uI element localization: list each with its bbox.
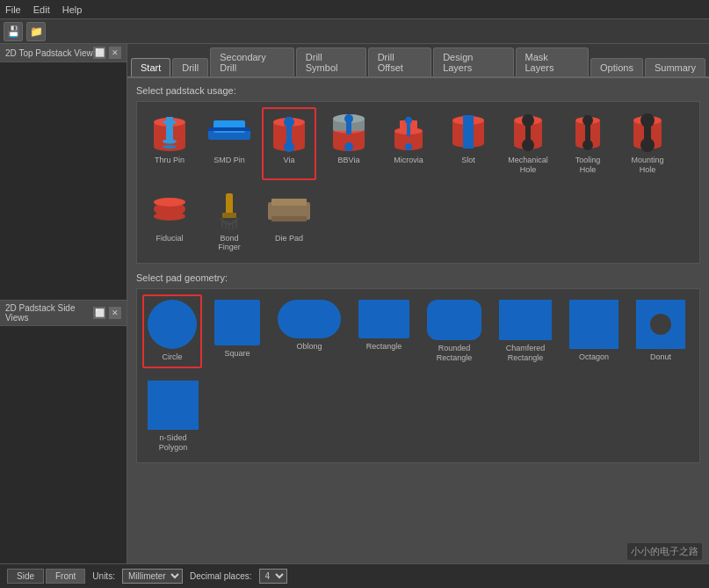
status-bar: Side Front Units: Millimeter Inch Mil De… [0, 563, 709, 588]
status-tab-side[interactable]: Side [7, 569, 44, 584]
svg-point-15 [284, 142, 294, 152]
tab-drill[interactable]: Drill [172, 58, 208, 76]
thru-pin-label: Thru Pin [155, 156, 184, 165]
geom-nsided[interactable]: n-Sided Polygon [142, 375, 204, 458]
toolbar: 💾 📁 [0, 19, 709, 44]
padstack-die-pad[interactable]: Die Pad [262, 185, 316, 258]
menu-file[interactable]: File [5, 4, 21, 15]
svg-point-6 [163, 145, 177, 149]
fiducial-icon [147, 191, 192, 231]
svg-point-31 [405, 143, 412, 150]
svg-point-47 [582, 140, 593, 150]
die-pad-icon [266, 191, 312, 231]
svg-point-56 [154, 198, 185, 207]
circle-shape [148, 300, 197, 349]
tab-secondary-drill[interactable]: Secondary Drill [210, 47, 294, 76]
open-button[interactable]: 📁 [26, 22, 46, 41]
smd-pin-label: SMD Pin [213, 156, 245, 165]
padstack-row: Thru Pin SMD Pin [136, 101, 700, 264]
rectangle-label: Rectangle [366, 342, 402, 352]
slot-label: Slot [461, 156, 475, 165]
top-view-minimize[interactable]: ⬜ [93, 47, 105, 59]
save-button[interactable]: 💾 [4, 22, 23, 41]
padstack-label: Select padstack usage: [136, 85, 700, 96]
nsided-shape [148, 381, 199, 430]
thru-pin-icon [147, 113, 192, 153]
menu-help[interactable]: Help [62, 4, 83, 15]
donut-label: Donut [650, 352, 671, 362]
top-view-close[interactable]: ✕ [109, 47, 121, 59]
svg-rect-9 [208, 127, 250, 131]
via-label: Via [284, 156, 295, 165]
watermark: 小小的电子之路 [627, 543, 702, 560]
donut-shape [636, 300, 685, 349]
svg-rect-66 [271, 216, 307, 221]
square-shape [214, 300, 260, 345]
padstack-section: Select padstack usage: [136, 85, 700, 264]
fiducial-label: Fiducial [156, 234, 183, 243]
top-view-controls: ⬜ ✕ [93, 47, 121, 59]
padstack-bond-finger[interactable]: Bond Finger [202, 185, 257, 258]
tooling-hole-label: Tooling Hole [575, 156, 601, 175]
padstack-smd-pin[interactable]: SMD Pin [202, 107, 257, 180]
svg-point-23 [344, 142, 353, 151]
padstack-mechanical-hole[interactable]: Mechanical Hole [501, 107, 555, 180]
tab-mask-layers[interactable]: Mask Layers [516, 47, 590, 76]
svg-rect-35 [463, 115, 474, 149]
svg-point-5 [163, 140, 177, 144]
status-tabs: Side Front [7, 569, 85, 584]
side-view-close[interactable]: ✕ [109, 307, 121, 319]
geometry-row: Circle Square Oblong Re [136, 288, 700, 463]
geom-chamfered-rect[interactable]: Chamfered Rectangle [494, 294, 557, 368]
padstack-via[interactable]: Via [262, 107, 316, 180]
tab-start[interactable]: Start [131, 58, 170, 76]
svg-point-53 [640, 138, 655, 152]
octagon-label: Octagon [579, 352, 609, 362]
octagon-shape [569, 300, 619, 349]
padstack-fiducial[interactable]: Fiducial [142, 185, 197, 258]
geometry-section: Select pad geometry: Circle Square [136, 272, 700, 463]
tab-drill-symbol[interactable]: Drill Symbol [296, 47, 366, 76]
svg-rect-58 [222, 213, 236, 218]
svg-rect-65 [271, 199, 307, 206]
decimal-places-select[interactable]: 4 2 3 5 [259, 569, 287, 584]
units-select[interactable]: Millimeter Inch Mil [122, 569, 183, 584]
geom-square[interactable]: Square [209, 294, 265, 368]
die-pad-label: Die Pad [275, 234, 303, 243]
geom-donut[interactable]: Donut [631, 294, 691, 368]
padstack-slot[interactable]: Slot [441, 107, 496, 180]
microvia-label: Microvia [394, 156, 423, 165]
tab-summary[interactable]: Summary [645, 58, 705, 76]
content-area: Start Drill Secondary Drill Drill Symbol… [127, 44, 709, 563]
menu-edit[interactable]: Edit [33, 4, 50, 15]
padstack-thru-pin[interactable]: Thru Pin [142, 107, 197, 180]
square-label: Square [224, 349, 250, 359]
mounting-hole-label: Mounting Hole [631, 156, 663, 175]
tooling-hole-icon [565, 113, 611, 153]
tab-drill-offset[interactable]: Drill Offset [368, 47, 431, 76]
rounded-rect-label: Rounded Rectangle [437, 344, 473, 363]
tab-options[interactable]: Options [590, 58, 643, 76]
side-view-minimize[interactable]: ⬜ [93, 307, 105, 319]
menu-bar: File Edit Help [0, 0, 709, 19]
geom-circle[interactable]: Circle [142, 294, 202, 368]
padstack-tooling-hole[interactable]: Tooling Hole [561, 107, 615, 180]
padstack-mounting-hole[interactable]: Mounting Hole [620, 107, 675, 180]
microvia-icon [386, 113, 431, 153]
geom-rounded-rect[interactable]: Rounded Rectangle [422, 294, 487, 368]
padstack-microvia[interactable]: Microvia [381, 107, 436, 180]
tab-design-layers[interactable]: Design Layers [433, 47, 513, 76]
bbvia-icon [326, 113, 372, 153]
geom-rectangle[interactable]: Rectangle [353, 294, 415, 368]
padstack-bbvia[interactable]: BBVia [322, 107, 376, 180]
oblong-label: Oblong [296, 342, 322, 352]
geom-oblong[interactable]: Oblong [272, 294, 346, 368]
geom-octagon[interactable]: Octagon [564, 294, 624, 368]
tabs-bar: Start Drill Secondary Drill Drill Symbol… [127, 44, 709, 78]
status-tab-front[interactable]: Front [46, 569, 85, 584]
svg-point-41 [522, 139, 534, 151]
top-view-title: 2D Top Padstack View [5, 48, 93, 58]
content-inner: Select padstack usage: [127, 78, 709, 563]
main-layout: 2D Top Padstack View ⬜ ✕ 2D Padstack Sid… [0, 44, 709, 563]
side-view-title: 2D Padstack Side Views [5, 303, 93, 323]
